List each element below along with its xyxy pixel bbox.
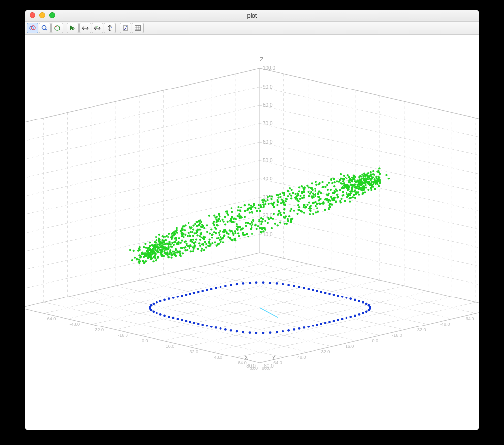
svg-point-802 [276, 199, 278, 201]
svg-point-468 [199, 245, 201, 247]
svg-point-496 [168, 241, 170, 243]
svg-point-209 [159, 300, 162, 302]
svg-point-446 [258, 219, 260, 221]
svg-point-418 [327, 189, 329, 191]
svg-point-137 [249, 331, 251, 334]
minimize-icon[interactable] [39, 12, 45, 18]
svg-point-978 [205, 246, 207, 248]
svg-line-37 [188, 291, 428, 346]
svg-point-736 [309, 206, 311, 208]
svg-point-710 [154, 241, 156, 243]
svg-point-1047 [253, 204, 255, 206]
svg-point-1104 [373, 174, 375, 176]
svg-point-416 [249, 223, 251, 225]
toolbar-separator [116, 23, 119, 33]
svg-point-415 [301, 211, 303, 213]
svg-point-1245 [156, 250, 158, 252]
svg-point-1005 [226, 232, 228, 234]
svg-point-751 [309, 193, 311, 195]
svg-point-959 [259, 227, 261, 229]
grid-button[interactable] [132, 23, 144, 33]
svg-point-1298 [297, 192, 299, 194]
svg-point-205 [176, 296, 179, 298]
svg-point-1227 [163, 243, 165, 245]
svg-text:32.0: 32.0 [321, 349, 330, 354]
svg-point-1167 [192, 250, 194, 252]
svg-point-1014 [215, 218, 217, 220]
reset-view-button[interactable] [51, 23, 63, 33]
rotate3d-icon [29, 24, 36, 32]
svg-point-326 [293, 210, 295, 212]
pan-y-button[interactable]: y [92, 23, 103, 33]
pan-x-button[interactable]: x [79, 23, 91, 33]
plot-canvas[interactable]: 10.020.030.040.050.060.070.080.090.0100.… [25, 35, 479, 430]
svg-point-1164 [187, 245, 189, 247]
svg-point-579 [252, 206, 254, 208]
svg-line-40 [260, 308, 479, 363]
select-button[interactable] [67, 23, 79, 33]
svg-point-1201 [312, 213, 314, 215]
svg-point-1083 [147, 248, 149, 250]
svg-point-1231 [374, 179, 376, 181]
maximize-icon[interactable] [49, 12, 55, 18]
svg-point-171 [346, 297, 348, 299]
svg-point-1237 [166, 247, 168, 249]
svg-point-1185 [149, 254, 151, 256]
close-icon[interactable] [30, 12, 35, 18]
svg-point-319 [296, 213, 298, 215]
svg-point-1319 [327, 201, 329, 203]
svg-line-43 [260, 308, 479, 363]
svg-point-1188 [335, 188, 337, 190]
svg-point-1123 [287, 190, 289, 192]
svg-point-591 [324, 209, 326, 211]
svg-point-1172 [219, 234, 220, 236]
toolbar: x y z [25, 22, 479, 35]
svg-point-1025 [232, 232, 234, 234]
svg-point-940 [367, 175, 369, 177]
svg-point-575 [292, 192, 294, 194]
svg-point-185 [282, 283, 284, 285]
svg-point-829 [216, 245, 218, 247]
svg-point-1310 [167, 256, 169, 258]
svg-point-721 [311, 182, 313, 184]
svg-point-676 [388, 178, 390, 179]
svg-line-125 [260, 308, 278, 318]
svg-point-840 [179, 253, 181, 255]
svg-point-1239 [161, 249, 163, 251]
svg-point-836 [303, 195, 305, 197]
svg-point-177 [320, 291, 322, 293]
svg-point-973 [213, 224, 215, 226]
pan-z-button[interactable]: z [104, 23, 116, 33]
svg-point-1323 [351, 177, 353, 178]
svg-point-952 [350, 184, 352, 186]
rotate3d-button[interactable] [27, 23, 38, 33]
svg-point-1062 [242, 232, 244, 234]
svg-point-1159 [180, 242, 182, 244]
svg-point-1168 [279, 193, 281, 195]
svg-point-864 [364, 191, 366, 193]
svg-point-176 [324, 292, 327, 294]
svg-point-724 [229, 229, 231, 231]
svg-point-423 [364, 184, 366, 186]
svg-point-550 [190, 250, 192, 252]
svg-point-1241 [159, 244, 161, 246]
svg-point-966 [198, 242, 200, 244]
svg-point-285 [259, 210, 261, 212]
svg-point-1075 [357, 191, 359, 193]
svg-point-402 [315, 211, 317, 213]
svg-line-38 [212, 297, 452, 352]
svg-point-1004 [320, 192, 322, 194]
svg-point-846 [201, 224, 203, 226]
svg-point-356 [237, 232, 239, 234]
svg-point-882 [277, 214, 279, 216]
svg-point-1174 [376, 176, 378, 178]
zoom-button[interactable] [39, 23, 51, 33]
svg-point-971 [210, 228, 212, 230]
svg-point-420 [149, 241, 151, 243]
svg-point-1306 [230, 220, 232, 222]
svg-point-824 [237, 229, 239, 231]
svg-point-1184 [141, 252, 143, 254]
svg-point-921 [363, 175, 365, 177]
toggle-axes-button[interactable] [120, 23, 131, 33]
svg-point-945 [318, 199, 320, 201]
